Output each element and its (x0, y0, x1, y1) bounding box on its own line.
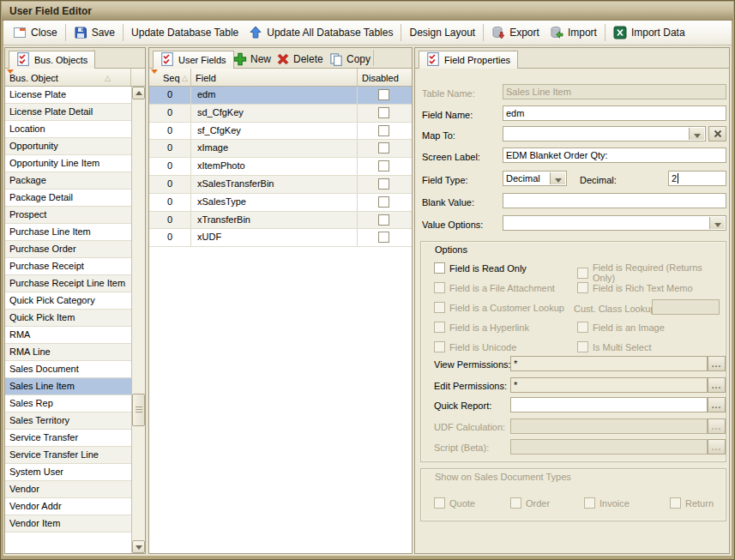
list-item[interactable]: Sales Document (5, 361, 131, 378)
toolbar-separator (123, 24, 124, 41)
table-row[interactable]: 0 sf_CfgKey (149, 123, 412, 141)
list-item[interactable]: Service Transfer (5, 430, 131, 447)
column-header-seq[interactable]: Seq (163, 73, 180, 83)
list-item[interactable]: Package Detail (5, 190, 131, 207)
list-item[interactable]: Purchase Line Item (5, 224, 131, 241)
screen-label-input[interactable]: EDM Blanket Order Qty: (503, 148, 726, 163)
update-database-table-button[interactable]: Update Database Table (126, 24, 244, 41)
list-item[interactable]: Prospect (5, 207, 131, 224)
disabled-checkbox[interactable] (378, 196, 389, 208)
disabled-checkbox[interactable] (378, 232, 389, 243)
list-item[interactable]: Vendor Item (5, 515, 131, 533)
edit-permissions-browse-button[interactable]: ... (708, 377, 726, 393)
value-options-combobox[interactable] (503, 215, 726, 231)
checkbox-box (434, 341, 445, 352)
delete-button[interactable]: Delete (276, 51, 323, 68)
list-item[interactable]: Vendor (5, 481, 131, 498)
table-row[interactable]: 0 xTransferBin (149, 212, 412, 230)
quick-report-field[interactable] (510, 397, 708, 412)
tab-bus-objects[interactable]: Bus. Objects (9, 51, 95, 69)
list-item[interactable]: RMA Line (5, 344, 131, 361)
header-divider (130, 69, 131, 86)
tab-user-fields[interactable]: User Fields (153, 51, 234, 69)
chevron-down-icon (555, 178, 562, 183)
dropdown-button[interactable] (709, 217, 725, 229)
list-item[interactable]: Quick Pick Item (5, 310, 131, 327)
disabled-checkbox[interactable] (378, 142, 389, 154)
view-permissions-field[interactable]: * (510, 356, 708, 371)
list-item[interactable]: License Plate (5, 87, 131, 104)
field-type-combobox[interactable]: Decimal (503, 171, 567, 186)
list-item[interactable]: Purchase Receipt (5, 258, 131, 275)
list-item[interactable]: Quick Pick Category (5, 292, 131, 310)
field-cell: xTransferBin (197, 214, 250, 225)
list-item[interactable]: Sales Territory (5, 412, 131, 430)
table-row[interactable]: 0 edm (149, 87, 412, 105)
disabled-checkbox[interactable] (378, 89, 389, 100)
design-layout-button[interactable]: Design Layout (404, 24, 480, 41)
scroll-down-button[interactable] (132, 540, 145, 553)
list-item[interactable]: Sales Rep (5, 395, 131, 412)
update-all-database-tables-button[interactable]: Update All Database Tables (244, 23, 398, 42)
bus-object-name: Purchase Order (9, 244, 76, 254)
copy-button[interactable]: Copy (329, 51, 371, 68)
bus-objects-grid-header[interactable]: Bus. Object △ (5, 69, 145, 87)
list-item[interactable]: Vendor Addr (5, 498, 131, 515)
checkbox-box[interactable] (434, 262, 445, 274)
blank-value-input[interactable] (503, 193, 726, 208)
import-data-button[interactable]: Import Data (608, 23, 690, 42)
list-item[interactable]: Purchase Receipt Line Item (5, 275, 131, 292)
list-item[interactable]: System User (5, 464, 131, 481)
list-item[interactable]: Location (5, 121, 131, 138)
list-item[interactable]: Purchase Order (5, 241, 131, 258)
checkbox-customer-lookup: Field is a Customer Lookup (434, 302, 564, 313)
column-header-field[interactable]: Field (196, 73, 216, 83)
table-row[interactable]: 0 xSalesTransferBin (149, 176, 412, 194)
checkbox-label: Field is Unicode (449, 342, 516, 352)
list-item[interactable]: Service Transfer Line (5, 447, 131, 464)
edit-permissions-field[interactable]: * (510, 377, 708, 393)
save-button[interactable]: Save (69, 23, 120, 42)
map-to-clear-button[interactable] (708, 126, 726, 142)
table-row[interactable]: 0 sd_CfgKey (149, 105, 412, 123)
list-item[interactable]: RMA (5, 327, 131, 344)
scrollbar-thumb[interactable] (132, 394, 145, 426)
tab-field-properties[interactable]: Field Properties (419, 51, 518, 69)
map-to-combobox[interactable] (503, 126, 706, 142)
column-divider (357, 176, 358, 193)
column-header-bus-object[interactable]: Bus. Object (9, 73, 58, 83)
table-row[interactable]: 0 xImage (149, 140, 412, 158)
disabled-checkbox[interactable] (378, 160, 389, 172)
table-row[interactable]: 0 xSalesType (149, 194, 412, 212)
export-button[interactable]: Export (486, 23, 545, 42)
disabled-checkbox[interactable] (378, 178, 389, 190)
import-button[interactable]: Import (545, 23, 602, 42)
disabled-checkbox[interactable] (378, 214, 389, 226)
filter-triangle-icon[interactable] (151, 69, 158, 74)
field-name-input[interactable]: edm (503, 105, 726, 121)
script-beta-field (510, 439, 708, 455)
scroll-up-button[interactable] (132, 87, 145, 99)
vertical-scrollbar[interactable] (131, 87, 145, 553)
table-row[interactable]: 0 xItemPhoto (149, 158, 412, 176)
list-item[interactable]: License Plate Detail (5, 104, 131, 121)
list-item[interactable]: Sales Line Item (5, 378, 131, 395)
decimal-input[interactable]: 2 (668, 171, 726, 186)
disabled-checkbox[interactable] (378, 125, 389, 136)
dropdown-button[interactable] (550, 172, 565, 184)
list-item[interactable]: Opportunity Line Item (5, 155, 131, 172)
close-button[interactable]: Close (8, 23, 63, 42)
user-fields-grid-header[interactable]: Seq △ Field Disabled (149, 69, 412, 87)
list-item[interactable]: Package (5, 172, 131, 190)
screen-label-value: EDM Blanket Order Qty: (506, 150, 608, 160)
dropdown-button[interactable] (689, 128, 704, 140)
export-label: Export (509, 27, 539, 39)
list-item[interactable]: Opportunity (5, 138, 131, 155)
table-row[interactable]: 0 xUDF (149, 229, 412, 247)
checkbox-field-is-read-only[interactable]: Field is Read Only (434, 262, 527, 274)
disabled-checkbox[interactable] (378, 107, 389, 118)
view-permissions-browse-button[interactable]: ... (708, 356, 726, 371)
quick-report-browse-button[interactable]: ... (708, 397, 726, 412)
column-header-disabled[interactable]: Disabled (362, 73, 399, 83)
new-button[interactable]: New (233, 51, 271, 68)
